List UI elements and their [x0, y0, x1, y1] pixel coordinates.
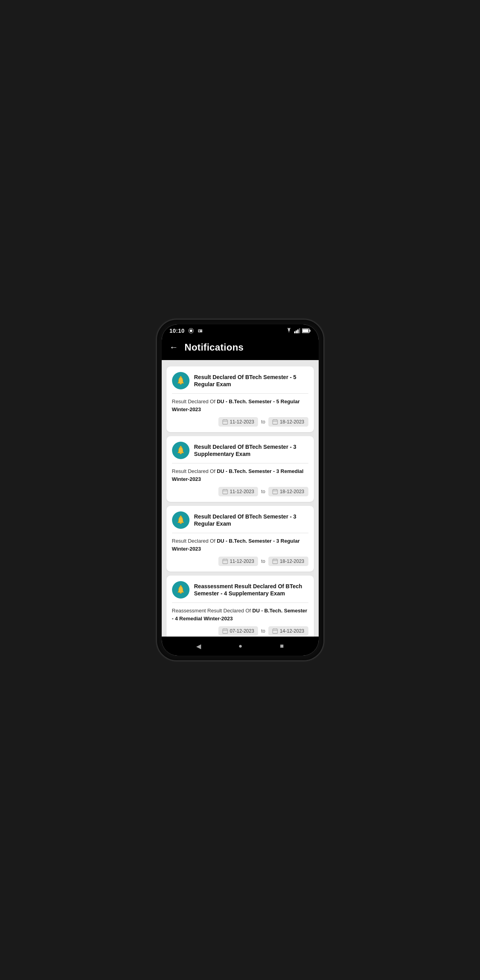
svg-point-24 — [180, 516, 182, 517]
svg-rect-26 — [224, 559, 224, 560]
svg-rect-30 — [276, 559, 276, 560]
end-date: 18-12-2023 — [280, 559, 304, 564]
divider — [172, 463, 308, 463]
notifications-list: Result Declared Of BTech Semester - 5 Re… — [162, 360, 319, 637]
end-date-badge: 14-12-2023 — [268, 626, 308, 636]
svg-rect-15 — [274, 419, 274, 420]
start-date-badge: 11-12-2023 — [218, 417, 258, 427]
svg-rect-9 — [302, 329, 308, 332]
card-header: Result Declared Of BTech Semester - 5 Re… — [172, 372, 308, 389]
date-separator: to — [261, 419, 265, 425]
svg-rect-20 — [226, 489, 226, 490]
svg-rect-28 — [273, 559, 277, 564]
divider — [172, 602, 308, 603]
phone-frame: 10:10 — [157, 320, 323, 660]
notification-icon — [172, 581, 189, 599]
card-header: Result Declared Of BTech Semester - 3 Su… — [172, 442, 308, 459]
status-right — [285, 328, 311, 334]
nav-recents-button[interactable]: ■ — [280, 643, 284, 650]
end-date: 18-12-2023 — [280, 419, 304, 425]
end-date-badge: 18-12-2023 — [268, 557, 308, 566]
notification-card[interactable]: Reassessment Result Declared Of BTech Se… — [166, 576, 314, 637]
divider — [172, 393, 308, 394]
start-date: 11-12-2023 — [230, 489, 254, 494]
start-date: 11-12-2023 — [230, 419, 254, 425]
app-header: ← Notifications — [162, 336, 319, 360]
nav-home-button[interactable]: ● — [239, 643, 243, 650]
notification-title: Result Declared Of BTech Semester - 3 Su… — [194, 443, 308, 458]
svg-rect-8 — [309, 330, 310, 332]
date-row: 11-12-2023 to 18-12-2023 — [172, 487, 308, 496]
status-icon-1 — [188, 328, 194, 334]
svg-rect-11 — [223, 420, 228, 424]
bottom-nav: ◀ ● ■ — [162, 637, 319, 656]
svg-rect-16 — [276, 419, 276, 420]
date-row: 07-12-2023 to 14-12-2023 — [172, 626, 308, 636]
divider — [172, 533, 308, 533]
svg-rect-23 — [276, 489, 276, 490]
svg-rect-4 — [296, 330, 297, 333]
svg-point-10 — [180, 376, 182, 378]
notification-title: Result Declared Of BTech Semester - 5 Re… — [194, 374, 308, 388]
date-separator: to — [261, 628, 265, 634]
notification-title: Reassessment Result Declared Of BTech Se… — [194, 583, 308, 597]
svg-rect-36 — [274, 628, 274, 629]
notification-body: Result Declared Of DU - B.Tech. Semester… — [172, 467, 308, 483]
start-date: 07-12-2023 — [230, 628, 254, 634]
battery-icon — [302, 328, 311, 333]
nav-back-button[interactable]: ◀ — [196, 643, 201, 650]
status-bar: 10:10 — [162, 324, 319, 336]
svg-point-17 — [180, 446, 182, 448]
svg-rect-1 — [198, 330, 203, 333]
notification-card[interactable]: Result Declared Of BTech Semester - 3 Re… — [166, 506, 314, 572]
date-row: 11-12-2023 to 18-12-2023 — [172, 417, 308, 427]
card-header: Result Declared Of BTech Semester - 3 Re… — [172, 511, 308, 529]
svg-rect-35 — [273, 629, 277, 633]
start-date-badge: 07-12-2023 — [218, 626, 258, 636]
svg-point-31 — [180, 585, 182, 587]
notification-body: Result Declared Of DU - B.Tech. Semester… — [172, 537, 308, 553]
svg-rect-32 — [223, 629, 228, 633]
notification-body: Result Declared Of DU - B.Tech. Semester… — [172, 398, 308, 413]
svg-rect-2 — [199, 330, 200, 332]
svg-rect-18 — [223, 490, 228, 494]
svg-point-0 — [189, 330, 192, 332]
svg-rect-25 — [223, 559, 228, 564]
end-date-badge: 18-12-2023 — [268, 487, 308, 496]
svg-rect-37 — [276, 628, 276, 629]
status-icon-2 — [197, 328, 203, 334]
status-time: 10:10 — [170, 328, 185, 334]
svg-rect-14 — [273, 420, 277, 424]
svg-rect-21 — [273, 490, 277, 494]
back-button[interactable]: ← — [170, 342, 178, 353]
notification-body: Reassessment Result Declared Of DU - B.T… — [172, 607, 308, 622]
svg-rect-29 — [274, 559, 274, 560]
phone-screen: 10:10 — [162, 324, 319, 656]
end-date: 18-12-2023 — [280, 489, 304, 494]
svg-rect-19 — [224, 489, 224, 490]
svg-rect-34 — [226, 628, 226, 629]
date-separator: to — [261, 559, 265, 564]
card-header: Reassessment Result Declared Of BTech Se… — [172, 581, 308, 599]
notification-card[interactable]: Result Declared Of BTech Semester - 3 Su… — [166, 436, 314, 502]
page-title: Notifications — [185, 342, 244, 353]
svg-rect-3 — [294, 332, 295, 334]
svg-rect-33 — [224, 628, 224, 629]
svg-rect-5 — [297, 330, 298, 334]
start-date-badge: 11-12-2023 — [218, 557, 258, 566]
end-date-badge: 18-12-2023 — [268, 417, 308, 427]
notification-icon — [172, 511, 189, 529]
end-date: 14-12-2023 — [280, 628, 304, 634]
signal-icon — [294, 328, 300, 334]
date-separator: to — [261, 489, 265, 494]
wifi-icon — [285, 328, 293, 334]
svg-rect-13 — [226, 419, 226, 420]
svg-rect-6 — [299, 328, 300, 334]
status-left: 10:10 — [170, 328, 203, 334]
notification-card[interactable]: Result Declared Of BTech Semester - 5 Re… — [166, 366, 314, 432]
date-row: 11-12-2023 to 18-12-2023 — [172, 557, 308, 566]
notification-icon — [172, 372, 189, 389]
notification-icon — [172, 442, 189, 459]
svg-rect-12 — [224, 419, 224, 420]
start-date: 11-12-2023 — [230, 559, 254, 564]
